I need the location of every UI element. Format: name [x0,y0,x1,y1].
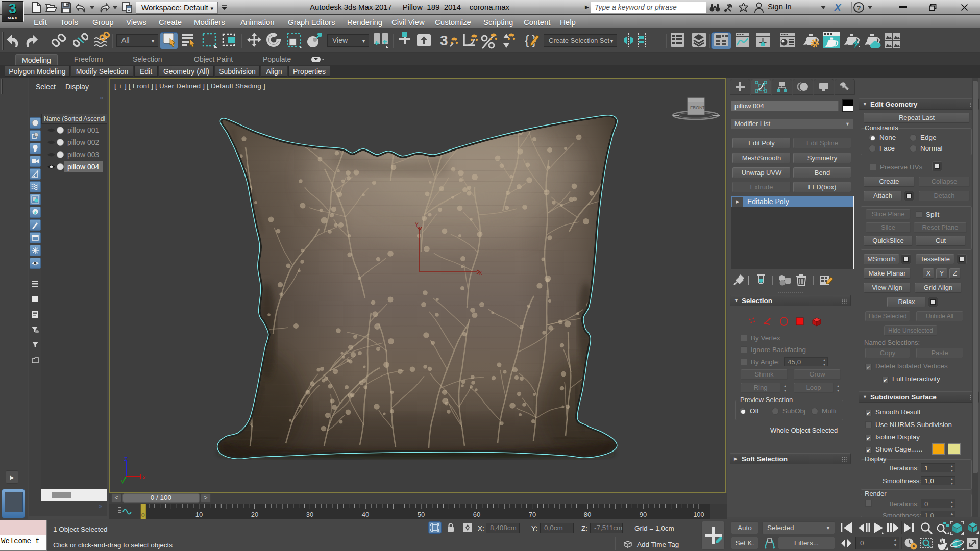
svg-text:Y: Y [415,222,419,228]
svg-text:FRONT: FRONT [690,105,705,110]
svg-text:x: x [142,474,146,481]
svg-text:?: ? [857,4,861,12]
svg-text:X: X [479,270,482,276]
svg-text:3: 3 [440,33,448,48]
svg-text:90: 90 [640,511,647,518]
svg-text:100: 100 [693,511,704,518]
svg-text:80: 80 [584,511,591,518]
svg-text:Z: Z [124,456,128,462]
svg-text:10: 10 [195,511,203,518]
svg-text:60: 60 [473,511,480,518]
svg-text:20: 20 [251,511,258,518]
svg-text:y: y [121,479,125,484]
svg-text:50: 50 [418,511,425,518]
svg-text:70: 70 [529,511,536,518]
svg-text:40: 40 [362,511,369,518]
svg-text:0: 0 [141,512,145,519]
svg-text:{: { [525,33,529,48]
svg-text:30: 30 [306,511,313,518]
